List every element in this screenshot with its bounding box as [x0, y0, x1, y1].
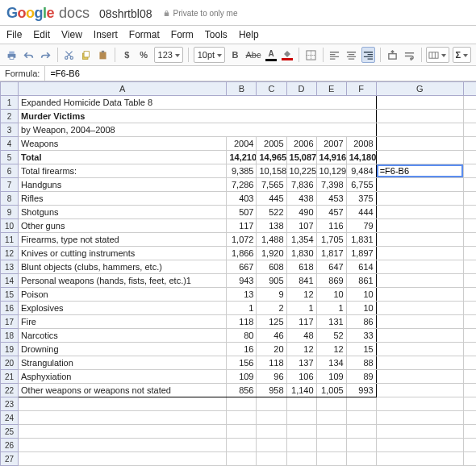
cell[interactable]: 958	[257, 384, 286, 397]
row-header[interactable]: 25	[1, 425, 19, 439]
cell[interactable]	[376, 343, 463, 356]
align-left-button[interactable]	[328, 47, 342, 63]
cell[interactable]: 618	[286, 260, 316, 274]
cell[interactable]	[286, 411, 316, 425]
row-header[interactable]: 11	[1, 233, 19, 247]
cell[interactable]	[376, 288, 463, 302]
cell[interactable]	[463, 397, 476, 411]
cell[interactable]	[376, 151, 463, 164]
copy-button[interactable]	[79, 47, 93, 63]
cell[interactable]	[463, 178, 476, 192]
cell[interactable]: 905	[257, 274, 286, 288]
weapon-label[interactable]: Knives or cutting instruments	[19, 247, 227, 260]
cell[interactable]: 1,072	[227, 233, 257, 247]
formula-input[interactable]	[45, 66, 476, 81]
cell[interactable]: 156	[227, 356, 257, 370]
row-header[interactable]: 13	[1, 260, 19, 274]
cell[interactable]	[376, 329, 463, 343]
cell[interactable]	[463, 233, 476, 247]
cell[interactable]	[463, 452, 476, 466]
cell[interactable]: 7,565	[257, 178, 286, 192]
weapon-label[interactable]: Personal weapons (hands, fists, feet, et…	[19, 274, 227, 288]
cell[interactable]: 20	[257, 343, 286, 356]
cell[interactable]: 12	[286, 288, 316, 302]
cell[interactable]: 109	[227, 370, 257, 384]
cell[interactable]	[463, 164, 476, 178]
cell[interactable]	[376, 178, 463, 192]
fill-color-button[interactable]	[281, 47, 294, 63]
cell[interactable]: 861	[346, 274, 376, 288]
cell[interactable]	[316, 397, 346, 411]
cell[interactable]	[286, 439, 316, 452]
row-header[interactable]: 24	[1, 411, 19, 425]
cell[interactable]	[463, 356, 476, 370]
print-button[interactable]	[5, 47, 19, 63]
cell[interactable]: 96	[257, 370, 286, 384]
cell[interactable]: 1	[286, 302, 316, 315]
weapon-label[interactable]: Firearms, type not stated	[19, 233, 227, 247]
weapon-label[interactable]: Other guns	[19, 219, 227, 233]
cell[interactable]: 125	[257, 315, 286, 329]
docs-label[interactable]: docs	[59, 5, 90, 22]
cell[interactable]	[376, 137, 463, 151]
cell[interactable]	[376, 370, 463, 384]
row-header[interactable]: 9	[1, 206, 19, 219]
cell[interactable]	[463, 343, 476, 356]
borders-button[interactable]	[304, 47, 318, 63]
cell[interactable]	[286, 452, 316, 466]
cell[interactable]	[227, 439, 257, 452]
menu-tools[interactable]: Tools	[205, 29, 228, 40]
cell[interactable]: 80	[227, 329, 257, 343]
cell[interactable]	[257, 397, 286, 411]
cell[interactable]: 12	[286, 343, 316, 356]
subtitle2-cell[interactable]: by Weapon, 2004–2008	[19, 123, 377, 137]
cell[interactable]	[376, 302, 463, 315]
weapon-label[interactable]: Drowning	[19, 343, 227, 356]
google-logo[interactable]: Google	[6, 5, 54, 22]
row-header[interactable]: 21	[1, 370, 19, 384]
cell[interactable]: 46	[257, 329, 286, 343]
document-name[interactable]: 08shrtbl08	[99, 7, 152, 20]
cell[interactable]: 490	[286, 206, 316, 219]
cell[interactable]	[463, 411, 476, 425]
undo-button[interactable]	[22, 47, 35, 63]
cell[interactable]	[257, 439, 286, 452]
cell[interactable]	[286, 397, 316, 411]
cell[interactable]: 608	[257, 260, 286, 274]
cell[interactable]	[463, 370, 476, 384]
cell[interactable]: 10	[346, 302, 376, 315]
subtitle-cell[interactable]: Murder Victims	[19, 110, 377, 123]
row-header[interactable]: 3	[1, 123, 19, 137]
cell[interactable]	[376, 274, 463, 288]
row-header[interactable]: 18	[1, 329, 19, 343]
cell[interactable]: 614	[346, 260, 376, 274]
cell[interactable]: 79	[346, 219, 376, 233]
cell[interactable]	[19, 397, 227, 411]
paste-button[interactable]	[96, 47, 110, 63]
cell[interactable]	[463, 123, 476, 137]
cell[interactable]: 403	[227, 192, 257, 206]
row-header[interactable]: 8	[1, 192, 19, 206]
cell[interactable]: 88	[346, 356, 376, 370]
cell[interactable]: 1,354	[286, 233, 316, 247]
cell[interactable]: 1,897	[346, 247, 376, 260]
cell[interactable]: 1,817	[316, 247, 346, 260]
more-formats-select[interactable]: 123	[154, 47, 183, 63]
row-header[interactable]: 26	[1, 439, 19, 452]
cell[interactable]: 15	[346, 343, 376, 356]
cell[interactable]	[316, 425, 346, 439]
cell[interactable]	[346, 425, 376, 439]
cell[interactable]	[316, 439, 346, 452]
weapon-label[interactable]: Asphyxiation	[19, 370, 227, 384]
weapon-label[interactable]: Shotguns	[19, 206, 227, 219]
privacy-indicator[interactable]: Private to only me	[163, 9, 237, 18]
cell[interactable]	[376, 439, 463, 452]
cell[interactable]: 10	[316, 288, 346, 302]
cell[interactable]	[376, 315, 463, 329]
cut-button[interactable]	[62, 47, 76, 63]
cell[interactable]	[316, 411, 346, 425]
cell[interactable]: 12	[316, 343, 346, 356]
cell[interactable]	[346, 452, 376, 466]
cell[interactable]: 841	[286, 274, 316, 288]
cell[interactable]	[227, 397, 257, 411]
